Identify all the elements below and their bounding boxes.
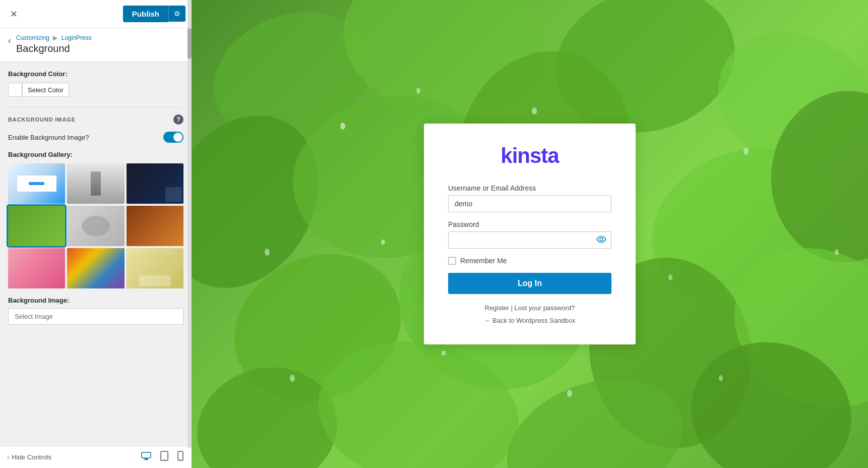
toggle-knob (173, 133, 182, 142)
bottom-bar: ‹ Hide Controls (0, 446, 192, 468)
svg-point-32 (743, 148, 749, 155)
lost-password-link[interactable]: Lost your password? (515, 304, 575, 312)
gallery-item-8[interactable] (67, 248, 124, 288)
breadcrumb-section: ‹ Customizing ▶ LoginPress Background (0, 28, 192, 62)
bg-image-section-title: BACKGROUND IMAGE (8, 116, 173, 123)
svg-point-6 (180, 459, 181, 460)
gear-button[interactable]: ⚙ (168, 6, 185, 22)
gallery-item-9[interactable] (127, 248, 183, 288)
color-swatch[interactable] (8, 83, 22, 97)
back-arrow-button[interactable]: ‹ (8, 35, 11, 46)
gallery-item-1[interactable] (8, 163, 65, 204)
breadcrumb-loginpress-link[interactable]: LoginPress (61, 34, 92, 41)
enable-bg-label: Enable Background Image? (8, 134, 163, 141)
svg-point-37 (719, 375, 723, 381)
gallery-grid (8, 163, 183, 288)
password-input[interactable] (448, 231, 611, 249)
bg-image-label: Background Image: (8, 297, 183, 304)
svg-point-36 (567, 390, 572, 397)
select-color-button[interactable]: Select Color (22, 83, 69, 97)
breadcrumb-path: Customizing ▶ LoginPress (16, 34, 92, 41)
hide-controls-arrow: ‹ (7, 453, 9, 461)
scroll-track[interactable] (188, 0, 192, 448)
kinsta-logo-text: kinsta (501, 144, 559, 167)
login-box: kinsta Username or Email Address Passwor… (424, 124, 636, 344)
svg-point-28 (265, 249, 270, 256)
login-button[interactable]: Log In (448, 273, 611, 294)
enable-bg-toggle[interactable] (163, 132, 183, 143)
help-icon[interactable]: ? (173, 114, 183, 125)
username-input[interactable] (448, 195, 611, 212)
password-wrapper (448, 231, 611, 249)
breadcrumb-separator: ▶ (53, 34, 57, 41)
svg-point-4 (164, 459, 165, 460)
login-logo: kinsta (448, 144, 611, 168)
mobile-view-button[interactable] (176, 450, 184, 464)
register-link[interactable]: Register (485, 304, 509, 312)
bg-color-label: Background Color: (8, 70, 183, 78)
customizer-panel: ✕ Publish ⚙ ‹ Customizing ▶ LoginPress B… (0, 0, 192, 468)
gallery-item-3[interactable] (127, 163, 183, 204)
panel-content: Background Color: Select Color BACKGROUN… (0, 62, 192, 446)
svg-rect-1 (145, 458, 148, 459)
svg-point-33 (835, 249, 839, 255)
scroll-thumb (188, 28, 192, 58)
gallery-label: Background Gallery: (8, 151, 183, 158)
svg-point-25 (416, 88, 420, 94)
close-button[interactable]: ✕ (6, 7, 22, 22)
gallery-item-4[interactable] (8, 206, 65, 246)
breadcrumb-content: Customizing ▶ LoginPress Background (16, 34, 92, 54)
username-label: Username or Email Address (448, 184, 611, 192)
color-selector-row: Select Color (8, 83, 183, 97)
svg-point-31 (668, 274, 672, 280)
hide-controls-button[interactable]: ‹ Hide Controls (7, 453, 51, 461)
back-to-wp-link[interactable]: ← Back to Wordpress Sandbox (484, 317, 575, 324)
password-label: Password (448, 220, 611, 228)
top-bar: ✕ Publish ⚙ (0, 0, 192, 28)
publish-button[interactable]: Publish (123, 6, 168, 22)
svg-point-38 (600, 238, 603, 241)
svg-point-34 (290, 375, 295, 382)
gallery-item-2[interactable] (67, 163, 124, 204)
links-separator: | (511, 304, 515, 312)
back-to-wp: ← Back to Wordpress Sandbox (448, 317, 611, 324)
svg-rect-0 (142, 452, 151, 458)
login-links: Register | Lost your password? (448, 304, 611, 312)
bg-image-header: BACKGROUND IMAGE ? (8, 107, 183, 125)
publish-group: Publish ⚙ (123, 6, 185, 22)
svg-point-24 (340, 123, 345, 130)
desktop-view-button[interactable] (140, 450, 152, 464)
svg-rect-2 (144, 459, 149, 460)
bottom-icons (140, 450, 184, 464)
svg-point-35 (442, 350, 446, 356)
hide-controls-label: Hide Controls (12, 453, 51, 461)
eye-icon[interactable] (596, 235, 606, 246)
gallery-item-7[interactable] (8, 248, 65, 288)
remember-row: Remember Me (448, 257, 611, 265)
tablet-view-button[interactable] (159, 450, 169, 464)
remember-label: Remember Me (460, 257, 507, 265)
svg-point-26 (532, 107, 537, 114)
enable-bg-row: Enable Background Image? (8, 132, 183, 143)
preview-panel: kinsta Username or Email Address Passwor… (192, 0, 868, 468)
page-title: Background (16, 43, 92, 54)
gallery-item-6[interactable] (127, 206, 183, 246)
gallery-item-5[interactable] (67, 206, 124, 246)
svg-point-29 (381, 240, 385, 245)
select-image-button[interactable]: Select Image (8, 308, 183, 325)
breadcrumb-customizing-link[interactable]: Customizing (16, 34, 49, 41)
remember-checkbox[interactable] (448, 257, 456, 265)
